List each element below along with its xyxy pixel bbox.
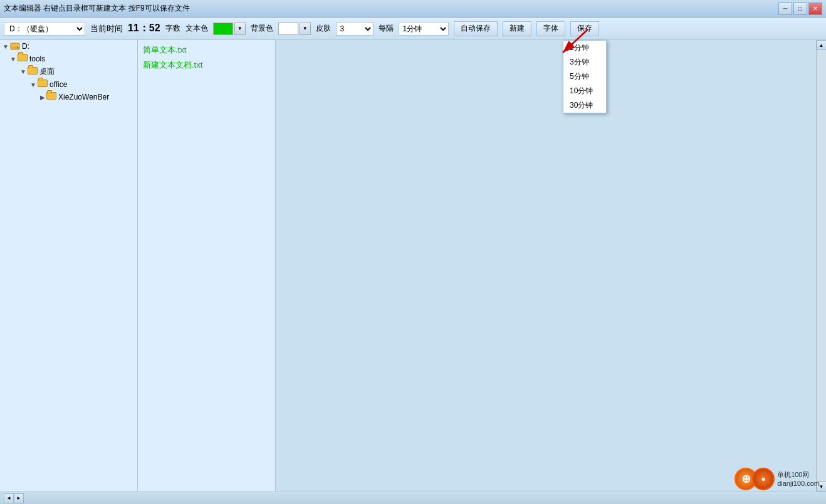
bg-color-box[interactable]	[278, 23, 298, 35]
folder-icon-desktop	[28, 67, 38, 77]
text-color-dropdown-btn[interactable]: ▼	[234, 23, 246, 35]
tree-label-office: office	[50, 80, 67, 89]
time-prefix-label: 当前时间	[90, 23, 123, 34]
expand-icon-desktop[interactable]: ▼	[20, 68, 26, 75]
scrollbar-right[interactable]: ▲ ▼	[816, 40, 826, 491]
expand-icon-office[interactable]: ▼	[30, 81, 36, 88]
interval-option-3min[interactable]: 3分钟	[563, 55, 606, 69]
file-name-0: 简单文本.txt	[143, 45, 186, 54]
save-button[interactable]: 保存	[570, 21, 599, 36]
disk-select[interactable]: D：（硬盘）	[4, 22, 85, 36]
tree-item-office[interactable]: ▼ office	[0, 78, 137, 91]
auto-save-button[interactable]: 自动保存	[454, 21, 498, 36]
text-color-label: 文本色	[186, 23, 208, 34]
interval-dropdown-popup[interactable]: 1分钟 3分钟 5分钟 10分钟 30分钟	[563, 40, 607, 113]
tree-label-xiezuowenben: XieZuoWenBer	[58, 93, 109, 101]
main-layout: ▼ D: ▼ tools ▼ 桌面 ▼	[0, 40, 826, 491]
skin-select[interactable]: 3	[336, 22, 374, 36]
maximize-button[interactable]: □	[793, 3, 807, 15]
scroll-track[interactable]	[817, 50, 827, 481]
interval-option-10min[interactable]: 10分钟	[563, 84, 606, 98]
tree-item-tools[interactable]: ▼ tools	[0, 53, 137, 65]
folder-icon-xiezuowenben	[46, 92, 56, 102]
file-item-0[interactable]: 简单文本.txt	[140, 43, 273, 58]
interval-option-1min[interactable]: 1分钟	[563, 41, 606, 55]
font-button[interactable]: 字体	[536, 21, 565, 36]
directory-tree[interactable]: ▼ D: ▼ tools ▼ 桌面 ▼	[0, 40, 138, 491]
title-text: 文本编辑器 右键点目录框可新建文本 按F9可以保存文件	[4, 3, 778, 14]
folder-icon-tools	[18, 54, 28, 64]
watermark-url: dianji100.com	[777, 479, 820, 488]
watermark: ⊕ ● 单机100网 dianji100.com	[735, 468, 820, 490]
title-bar: 文本编辑器 右键点目录框可新建文本 按F9可以保存文件 ─ □ ✕	[0, 0, 826, 18]
expand-icon-tools[interactable]: ▼	[10, 56, 16, 63]
watermark-logo-icon: ●	[752, 468, 775, 490]
svg-point-2	[16, 47, 18, 49]
window-controls: ─ □ ✕	[778, 3, 822, 15]
char-count-label: 字数	[165, 23, 180, 34]
tree-item-drive[interactable]: ▼ D:	[0, 40, 137, 53]
tree-label-drive: D:	[22, 42, 29, 51]
watermark-sitename: 单机100网	[777, 470, 820, 479]
tree-item-xiezuowenben[interactable]: ▶ XieZuoWenBer	[0, 91, 137, 103]
watermark-text: 单机100网 dianji100.com	[777, 470, 820, 488]
interval-option-30min[interactable]: 30分钟	[563, 98, 606, 113]
editor-area[interactable]	[276, 40, 816, 491]
bg-color-picker: ▼	[278, 23, 311, 35]
file-name-1: 新建文本文档.txt	[143, 60, 202, 69]
close-button[interactable]: ✕	[808, 3, 822, 15]
interval-option-5min[interactable]: 5分钟	[563, 69, 606, 84]
status-scroll-right[interactable]: ►	[14, 493, 24, 503]
interval-select[interactable]: 1分钟 3分钟 5分钟 10分钟 30分钟	[399, 22, 449, 36]
bg-color-dropdown-btn[interactable]: ▼	[300, 23, 311, 35]
folder-icon-office	[38, 80, 48, 90]
text-color-picker: ▼	[213, 23, 246, 35]
scroll-up-button[interactable]: ▲	[817, 40, 827, 50]
expand-icon-xiezuowenben[interactable]: ▶	[40, 94, 45, 101]
bg-color-label: 背景色	[251, 23, 273, 34]
toolbar: D：（硬盘） 当前时间 11：52 字数 文本色 ▼ 背景色 ▼ 皮肤 3 每隔…	[0, 18, 826, 40]
skin-label: 皮肤	[316, 23, 331, 34]
minimize-button[interactable]: ─	[778, 3, 792, 15]
file-list[interactable]: 简单文本.txt 新建文本文档.txt	[138, 40, 276, 491]
drive-icon	[10, 41, 20, 51]
new-button[interactable]: 新建	[503, 21, 531, 36]
text-color-box[interactable]	[213, 23, 233, 35]
file-item-1[interactable]: 新建文本文档.txt	[140, 58, 273, 73]
status-scroll-left[interactable]: ◄	[4, 493, 14, 503]
current-time-display: 11：52	[128, 22, 160, 35]
tree-label-tools: tools	[29, 54, 45, 63]
tree-label-desktop: 桌面	[39, 66, 55, 77]
expand-icon[interactable]: ▼	[3, 43, 9, 50]
interval-label: 每隔	[379, 23, 394, 34]
tree-item-desktop[interactable]: ▼ 桌面	[0, 65, 137, 78]
status-bar: ◄ ►	[0, 491, 826, 504]
